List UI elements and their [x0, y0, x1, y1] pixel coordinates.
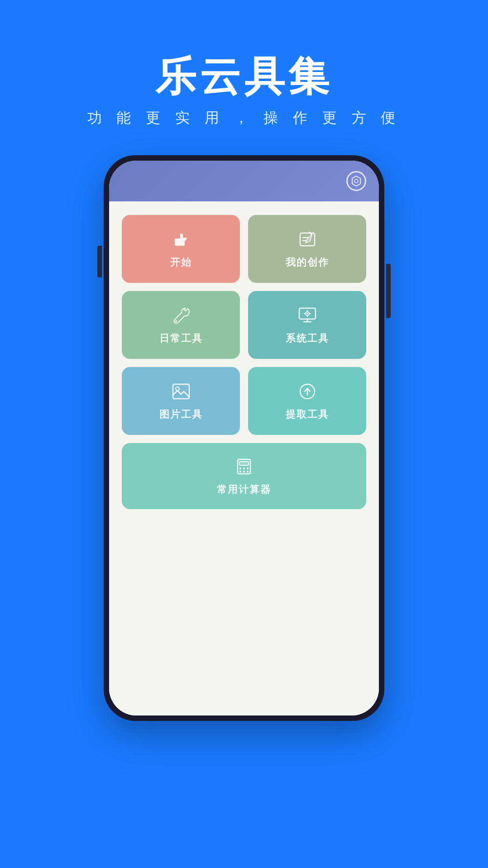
svg-marker-0 [352, 176, 360, 186]
svg-point-21 [239, 467, 241, 469]
tile-start-label: 开始 [170, 256, 192, 269]
svg-point-22 [243, 467, 245, 469]
svg-point-23 [247, 467, 249, 469]
svg-point-26 [247, 471, 249, 472]
tile-calculator[interactable]: 常用计算器 [122, 443, 366, 509]
phone-inner: 开始 我的创作 [109, 161, 379, 715]
grid-row-2: 日常工具 [122, 291, 366, 359]
app-subtitle: 功 能 更 实 用 ， 操 作 更 方 便 [87, 108, 401, 128]
phone-content: 开始 我的创作 [109, 201, 379, 715]
svg-point-10 [306, 313, 308, 315]
tile-daily-tools-label: 日常工具 [159, 332, 203, 345]
svg-point-24 [239, 471, 241, 472]
svg-point-25 [243, 471, 245, 472]
grid-row-1: 开始 我的创作 [122, 215, 366, 283]
svg-point-5 [175, 320, 177, 322]
tile-system-tools[interactable]: 系统工具 [248, 291, 366, 359]
tile-image-tools[interactable]: 图片工具 [122, 367, 240, 435]
svg-point-1 [354, 179, 358, 183]
header-section: 乐云具集 功 能 更 实 用 ， 操 作 更 方 便 [87, 0, 401, 128]
tile-daily-tools[interactable]: 日常工具 [122, 291, 240, 359]
tile-extract-tools-label: 提取工具 [286, 408, 329, 421]
tile-start[interactable]: 开始 [122, 215, 240, 283]
phone-mockup: 开始 我的创作 [104, 155, 384, 721]
settings-icon[interactable] [346, 171, 366, 191]
app-title: 乐云具集 [155, 54, 333, 99]
grid-row-3: 图片工具 提取工具 [122, 367, 366, 435]
svg-rect-15 [173, 384, 189, 399]
tile-my-creation-label: 我的创作 [286, 256, 329, 269]
svg-rect-20 [239, 462, 249, 465]
tile-my-creation[interactable]: 我的创作 [248, 215, 366, 283]
tile-image-tools-label: 图片工具 [159, 408, 203, 421]
tile-system-tools-label: 系统工具 [286, 332, 329, 345]
tile-extract-tools[interactable]: 提取工具 [248, 367, 366, 435]
phone-header [109, 161, 379, 201]
tile-calculator-label: 常用计算器 [217, 483, 271, 496]
